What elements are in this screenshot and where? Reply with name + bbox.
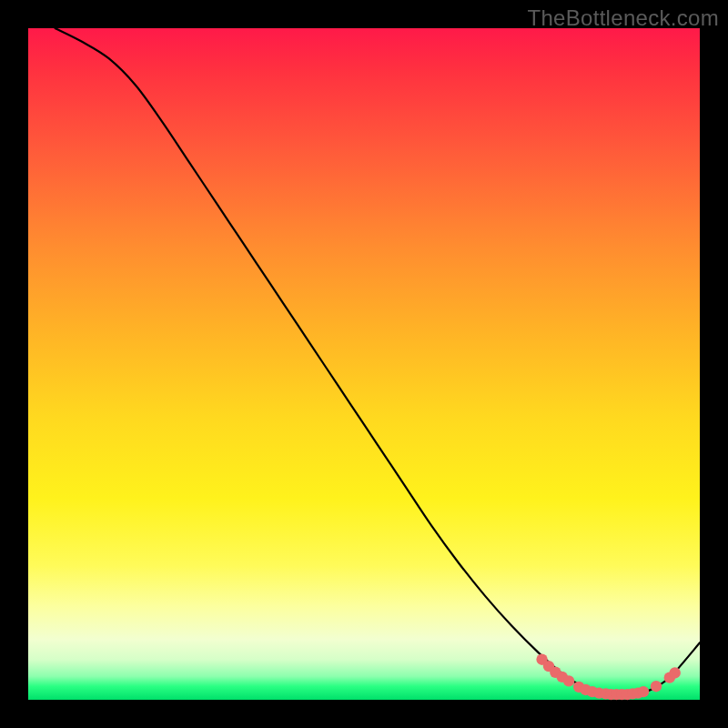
curve-marker	[651, 681, 662, 692]
chart-frame: TheBottleneck.com	[0, 0, 728, 728]
curve-markers	[536, 654, 681, 701]
curve-marker	[563, 675, 574, 686]
curve-layer	[28, 28, 700, 700]
curve-marker	[669, 667, 680, 678]
curve-marker	[638, 686, 649, 697]
bottleneck-curve	[56, 28, 700, 694]
plot-area	[28, 28, 700, 700]
watermark-text: TheBottleneck.com	[527, 5, 719, 31]
